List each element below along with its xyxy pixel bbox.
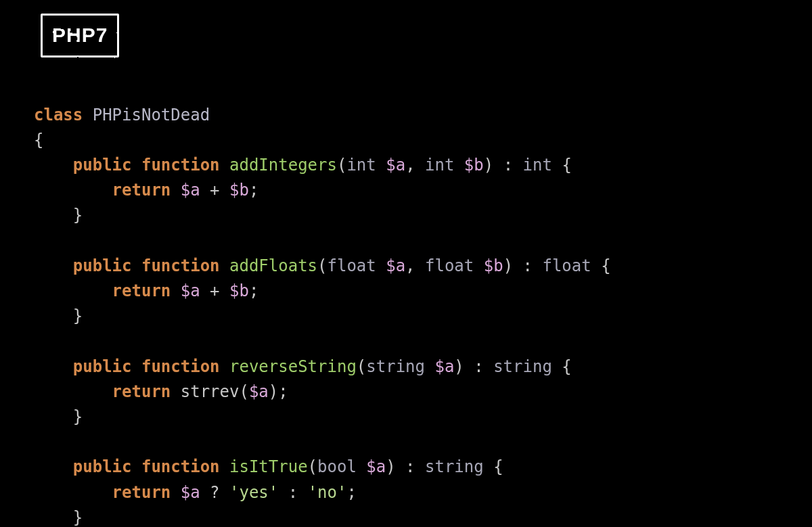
return-keyword: return — [112, 181, 171, 200]
params: (bool $a) — [308, 457, 396, 476]
return-type: float — [542, 256, 591, 275]
function-keyword: function — [141, 457, 220, 476]
return-type: string — [425, 457, 484, 476]
return-type: int — [523, 156, 552, 175]
string-no: 'no' — [308, 483, 347, 502]
class-keyword: class — [34, 106, 83, 124]
params: (int $a, int $b) — [337, 156, 493, 175]
return-type: string — [493, 357, 552, 376]
open-brace: { — [34, 131, 43, 150]
return-keyword: return — [112, 281, 171, 300]
public-keyword: public — [73, 256, 132, 275]
return-keyword: return — [112, 483, 171, 502]
var-b: $b — [229, 281, 249, 300]
method-name: addFloats — [229, 256, 317, 275]
method-name: isItTrue — [229, 457, 308, 476]
call-arg: $a — [249, 382, 269, 401]
function-keyword: function — [141, 256, 220, 275]
string-yes: 'yes' — [229, 483, 278, 502]
var-a: $a — [181, 181, 200, 200]
plus-op: + — [210, 181, 219, 200]
code-block: class PHPisNotDead { public function add… — [34, 78, 778, 528]
php7-badge: PHP7 — [41, 14, 119, 58]
var-b: $b — [229, 181, 249, 200]
cond-var: $a — [181, 483, 200, 502]
params: (float $a, float $b) — [317, 256, 513, 275]
method-name: reverseString — [229, 357, 357, 376]
class-name: PHPisNotDead — [93, 106, 210, 124]
return-keyword: return — [112, 382, 171, 401]
public-keyword: public — [73, 156, 132, 175]
params: (string $a) — [357, 357, 464, 376]
public-keyword: public — [73, 357, 132, 376]
method-name: addIntegers — [229, 156, 337, 175]
plus-op: + — [210, 281, 219, 300]
function-keyword: function — [141, 156, 220, 175]
var-a: $a — [181, 281, 200, 300]
function-keyword: function — [141, 357, 220, 376]
public-keyword: public — [73, 457, 132, 476]
func-call: strrev — [181, 382, 240, 401]
